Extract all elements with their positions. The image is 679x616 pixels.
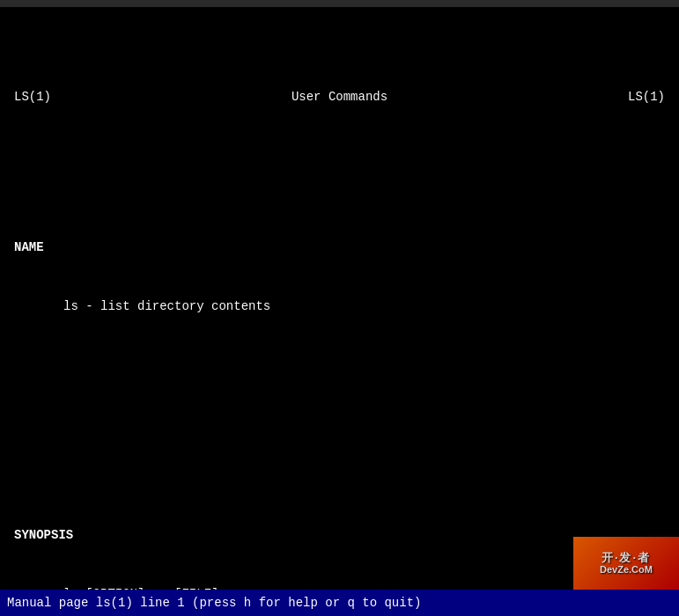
terminal-window: LS(1) User Commands LS(1) NAME ls - list… <box>0 0 679 616</box>
watermark-line1: 开·发·者 <box>600 551 653 565</box>
synopsis-title: SYNOPSIS <box>14 526 665 545</box>
name-title: NAME <box>14 238 665 257</box>
watermark: 开·发·者 DevZe.CoM <box>573 537 679 590</box>
header-left: LS(1) <box>14 88 51 106</box>
status-text: Manual page ls(1) line 1 (press h for he… <box>7 596 421 610</box>
watermark-text: 开·发·者 DevZe.CoM <box>600 551 653 576</box>
watermark-line2: DevZe.CoM <box>600 564 653 576</box>
section-name: NAME ls - list directory contents <box>14 194 665 353</box>
tab-bar <box>0 0 679 7</box>
watermark-image: 开·发·者 DevZe.CoM <box>573 537 679 590</box>
man-page-content: LS(1) User Commands LS(1) NAME ls - list… <box>0 7 679 616</box>
status-bar: Manual page ls(1) line 1 (press h for he… <box>0 590 679 616</box>
header-center: User Commands <box>292 88 387 106</box>
name-content: ls - list directory contents <box>14 297 665 316</box>
man-page-header: LS(1) User Commands LS(1) <box>14 88 665 106</box>
header-right: LS(1) <box>628 88 665 106</box>
